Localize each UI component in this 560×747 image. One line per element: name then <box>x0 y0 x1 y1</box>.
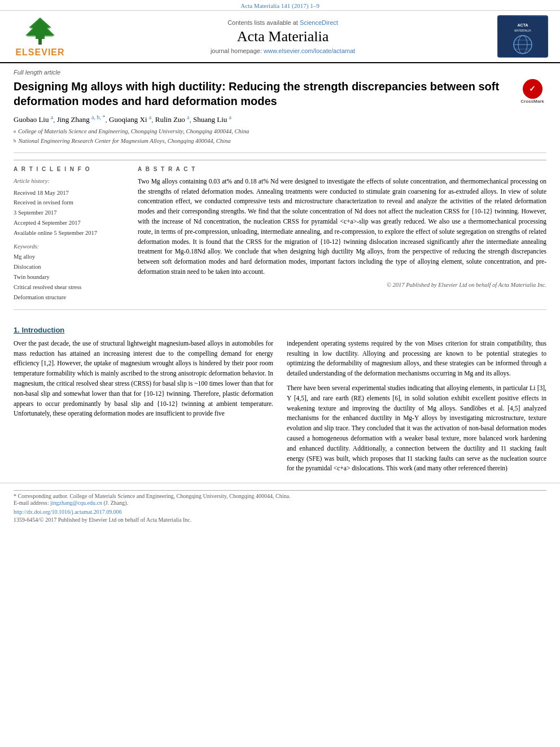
history-label: Article history: <box>14 177 126 186</box>
page-container: Acta Materialia 141 (2017) 1–9 ELSEVIER … <box>0 0 560 747</box>
intro-right-col: independent operating systems required b… <box>287 339 546 479</box>
author-guoqiang-xi: Guoqiang Xi <box>109 115 149 124</box>
journal-cover-icon: ACTA MATERIALIA <box>498 16 548 57</box>
intro-two-col: Over the past decade, the use of structu… <box>14 339 546 479</box>
issn-line: 1359-6454/© 2017 Published by Elsevier L… <box>14 517 546 523</box>
introduction-section: 1. Introduction Over the past decade, th… <box>0 326 560 479</box>
article-title: Designing Mg alloys with high ductility:… <box>14 79 546 108</box>
crossmark-label: CrossMark <box>520 99 544 104</box>
crossmark-badge[interactable]: ✓ CrossMark <box>518 79 546 107</box>
history-revised-date: 3 September 2017 <box>14 208 126 218</box>
svg-text:MATERIALIA: MATERIALIA <box>514 29 531 32</box>
section-divider-2 <box>14 309 546 310</box>
abstract-heading: A B S T R A C T <box>138 166 546 172</box>
article-content: Full length article Designing Mg alloys … <box>0 63 560 326</box>
svg-text:ACTA: ACTA <box>518 23 528 27</box>
journal-logo-image: ACTA MATERIALIA <box>497 15 548 58</box>
author-shuang-liu: Shuang Liu <box>193 115 229 124</box>
email-note: E-mail address: jingzhang@cqu.edu.cn (J.… <box>14 499 546 507</box>
intro-right-paragraph-2: There have been several experimental stu… <box>287 383 546 474</box>
author-guobao-liu: Guobao Liu <box>14 115 51 124</box>
abstract-text: Two Mg alloys containing 0.03 at% and 0.… <box>138 177 546 277</box>
keyword-4: Critical resolved shear stress <box>14 282 126 292</box>
article-info-abstract-section: A R T I C L E I N F O Article history: R… <box>14 160 546 303</box>
elsevier-tree-icon <box>18 15 63 46</box>
homepage-link[interactable]: www.elsevier.com/locate/actamat <box>264 47 355 54</box>
science-direct-link[interactable]: ScienceDirect <box>300 19 338 26</box>
author-email-link[interactable]: jingzhang@cqu.edu.cn <box>50 500 102 506</box>
header-right: ACTA MATERIALIA <box>495 15 551 58</box>
keyword-2: Dislocation <box>14 262 126 272</box>
svg-marker-2 <box>27 20 54 39</box>
history-received: Received 18 May 2017 <box>14 189 126 198</box>
article-info-heading: A R T I C L E I N F O <box>14 166 126 172</box>
section-divider-1 <box>14 152 546 153</box>
keyword-5: Deformation structure <box>14 292 126 303</box>
elsevier-text: ELSEVIER <box>15 47 64 58</box>
keyword-1: Mg alloy <box>14 252 126 262</box>
history-revised-label: Received in revised form <box>14 198 126 208</box>
header-center: Contents lists available at ScienceDirec… <box>77 15 489 58</box>
keywords-section: Keywords: Mg alloy Dislocation Twin boun… <box>14 243 126 302</box>
affiliation-b: b National Engineering Research Center f… <box>14 137 546 146</box>
intro-left-paragraph: Over the past decade, the use of structu… <box>14 339 273 420</box>
homepage-line: journal homepage: www.elsevier.com/locat… <box>211 47 355 54</box>
authors-line: Guobao Liu a, Jing Zhang a, b, *, Guoqia… <box>14 114 546 124</box>
article-info-col: A R T I C L E I N F O Article history: R… <box>14 166 126 303</box>
contents-line: Contents lists available at ScienceDirec… <box>228 19 338 26</box>
article-type: Full length article <box>14 69 546 76</box>
journal-top-bar: Acta Materialia 141 (2017) 1–9 <box>0 0 560 11</box>
journal-title-main: Acta Materialia <box>237 28 329 45</box>
author-rulin-zuo: Rulin Zuo <box>155 115 187 124</box>
keyword-3: Twin boundary <box>14 272 126 282</box>
article-history: Article history: Received 18 May 2017 Re… <box>14 177 126 238</box>
journal-citation: Acta Materialia 141 (2017) 1–9 <box>240 2 319 9</box>
header-left: ELSEVIER <box>9 15 71 58</box>
doi-link[interactable]: http://dx.doi.org/10.1016/j.actamat.2017… <box>14 509 546 515</box>
abstract-copyright: © 2017 Published by Elsevier Ltd on beha… <box>138 282 546 288</box>
corresponding-author-note: * Corresponding author. College of Mater… <box>14 490 546 499</box>
history-accepted: Accepted 4 September 2017 <box>14 219 126 228</box>
author-jing-zhang: Jing Zhang <box>57 115 91 124</box>
affiliation-a: a College of Materials Science and Engin… <box>14 128 546 136</box>
affiliations: a College of Materials Science and Engin… <box>14 128 546 145</box>
intro-heading: 1. Introduction <box>14 326 546 334</box>
history-online: Available online 5 September 2017 <box>14 229 126 238</box>
keywords-label: Keywords: <box>14 243 126 250</box>
svg-rect-3 <box>498 16 548 57</box>
intro-right-paragraph-1: independent operating systems required b… <box>287 339 546 379</box>
page-footer: * Corresponding author. College of Mater… <box>0 483 560 525</box>
header-section: ELSEVIER Contents lists available at Sci… <box>0 11 560 63</box>
abstract-col: A B S T R A C T Two Mg alloys containing… <box>138 166 546 303</box>
crossmark-icon: ✓ <box>523 79 542 99</box>
elsevier-logo: ELSEVIER <box>15 15 64 58</box>
intro-left-col: Over the past decade, the use of structu… <box>14 339 273 479</box>
